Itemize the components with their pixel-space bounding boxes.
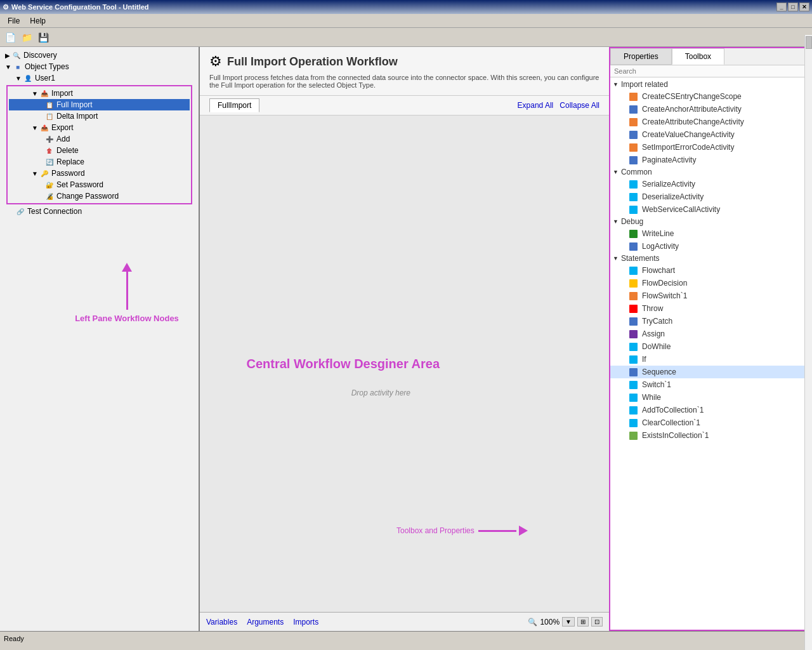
central-area: ⚙ Full Import Operation Workflow Full Im… [200,47,609,631]
left-pane-annotation: Left Pane Workflow Nodes [70,263,184,324]
assign-icon [628,329,638,339]
zoom-dropdown-button[interactable]: ▼ [562,617,575,627]
title-bar-left: ⚙ Web Service Configuration Tool - Untit… [3,3,149,11]
object-types-icon: ■ [13,62,23,72]
tree-item-user1[interactable]: ▼ 👤 User1 [3,72,196,84]
right-arrow [478,526,528,536]
group-statements[interactable]: ▼ Statements [610,253,811,264]
expand-icon-password[interactable]: ▼ [32,170,38,177]
toolbox-item-trycatch[interactable]: TryCatch [610,315,811,328]
toolbox-item-paginate[interactable]: PaginateActivity [610,154,811,166]
group-debug[interactable]: ▼ Debug [610,216,811,227]
group-common[interactable]: ▼ Common [610,166,811,178]
toolbox-annotation-text: Toolbox and Properties [396,526,475,535]
toolbox-item-assign[interactable]: Assign [610,328,811,340]
tree-item-test-connection[interactable]: 🔗 Test Connection [3,206,196,217]
collapse-all-button[interactable]: Collapse All [560,101,599,110]
toolbox-item-sequence[interactable]: Sequence [610,366,811,378]
bottom-bar: Variables Arguments Imports 🔍 100% ▼ ⊞ ⊡ [200,612,609,631]
zoom-controls: 🔍 100% ▼ ⊞ ⊡ [528,617,603,627]
expand-icon-user1[interactable]: ▼ [15,75,22,82]
toolbox-item-exists-in-collection[interactable]: ExistsInCollection`1 [610,429,811,442]
logactivity-icon [628,241,638,251]
save-button[interactable]: 💾 [36,30,51,45]
scrollbar-thumb[interactable] [806,47,812,49]
tree-item-export[interactable]: ▼ 📤 Export [9,122,190,133]
tree-item-password[interactable]: ▼ 🔑 Password [9,168,190,179]
left-pane: ▶ 🔍 Discovery ▼ ■ Object Types ▼ 👤 User1 [0,47,200,631]
tree-item-delete[interactable]: 🗑 Delete [9,145,190,156]
serialize-icon [628,179,638,189]
expand-all-button[interactable]: Expand All [518,101,554,110]
toolbox-item-deserialize[interactable]: DeserializeActivity [610,190,811,203]
tree-item-add[interactable]: ➕ Add [9,133,190,145]
close-button[interactable]: ✕ [799,3,809,11]
minimize-button[interactable]: _ [776,3,787,11]
tree-item-delta-import[interactable]: 📋 Delta Import [9,110,190,122]
toolbox-item-throw[interactable]: Throw [610,302,811,315]
workflow-description: Full Import process fetches data from th… [209,74,599,89]
menu-help[interactable]: Help [25,15,51,27]
app-title: Web Service Configuration Tool - Untitle… [11,3,149,11]
switch-icon [628,380,638,390]
expand-icon-import[interactable]: ▼ [32,90,38,97]
tree-item-object-types[interactable]: ▼ ■ Object Types [3,61,196,72]
maximize-button[interactable]: □ [788,3,798,11]
trycatch-icon [628,316,638,326]
tree-item-import[interactable]: ▼ 📥 Import [9,88,190,99]
while-icon [628,392,638,402]
toolbox-item-if[interactable]: If [610,353,811,366]
discovery-icon: 🔍 [11,50,22,60]
designer-canvas[interactable]: Central Workflow Desginer Area Drop acti… [200,116,609,612]
toolbox-item-create-value[interactable]: CreateValueChangeActivity [610,128,811,141]
imports-tab[interactable]: Imports [293,618,318,627]
title-bar-controls[interactable]: _ □ ✕ [776,3,809,11]
app-icon: ⚙ [3,3,9,11]
deserialize-icon [628,192,638,202]
collapse-common-icon: ▼ [613,169,619,175]
toolbox-item-create-attr[interactable]: CreateAttributeChangeActivity [610,116,811,128]
toolbox-item-writeline[interactable]: WriteLine [610,227,811,240]
toolbox-search-input[interactable] [610,65,811,77]
toolbox-item-logactivity[interactable]: LogActivity [610,240,811,253]
open-button[interactable]: 📁 [19,30,34,45]
up-arrow-line [126,272,128,310]
toolbox-item-set-import[interactable]: SetImportErrorCodeActivity [610,141,811,154]
toolbox-item-flowchart[interactable]: Flowchart [610,264,811,277]
toolbox-item-webservice[interactable]: WebServiceCallActivity [610,203,811,216]
right-pane-scrollbar[interactable] [804,47,812,631]
expand-icon-export[interactable]: ▼ [32,124,38,131]
toolbox-item-serialize[interactable]: SerializeActivity [610,178,811,190]
create-value-icon [628,129,638,140]
menu-file[interactable]: File [3,15,25,27]
left-pane-annotation-label: Left Pane Workflow Nodes [70,314,184,324]
toolbox-item-create-anchor[interactable]: CreateAnchorAttributeActivity [610,103,811,116]
properties-tab[interactable]: Properties [610,48,672,65]
tree-item-replace[interactable]: 🔄 Replace [9,156,190,168]
expand-icon-object-types[interactable]: ▼ [5,63,11,70]
tree-item-change-password[interactable]: 🔏 Change Password [9,190,190,202]
zoom-center-button[interactable]: ⊡ [591,617,603,627]
variables-tab[interactable]: Variables [206,618,237,627]
toolbox-item-while[interactable]: While [610,391,811,404]
if-icon [628,354,638,364]
toolbox-tab[interactable]: Toolbox [672,48,724,65]
toolbox-item-dowhile[interactable]: DoWhile [610,340,811,353]
test-connection-icon: 🔗 [15,206,25,216]
tree-item-set-password[interactable]: 🔐 Set Password [9,179,190,190]
expand-icon-discovery[interactable]: ▶ [5,52,10,59]
new-button[interactable]: 📄 [3,30,18,45]
toolbox-item-add-to-collection[interactable]: AddToCollection`1 [610,404,811,416]
tree-item-full-import[interactable]: 📋 Full Import [9,99,190,110]
tree-item-discovery[interactable]: ▶ 🔍 Discovery [3,50,196,61]
toolbox-item-clear-collection[interactable]: ClearCollection`1 [610,416,811,429]
toolbox-item-flowswitch[interactable]: FlowSwitch`1 [610,289,811,302]
zoom-fit-button[interactable]: ⊞ [577,617,589,627]
workflow-tab-full-import[interactable]: FullImport [209,98,259,112]
arguments-tab[interactable]: Arguments [247,618,284,627]
status-text: Ready [4,635,24,642]
toolbox-item-switch[interactable]: Switch`1 [610,378,811,391]
toolbox-item-create-cs[interactable]: CreateCSEntryChangeScope [610,90,811,103]
toolbox-item-flowdecision[interactable]: FlowDecision [610,277,811,289]
group-import-related[interactable]: ▼ Import related [610,79,811,90]
